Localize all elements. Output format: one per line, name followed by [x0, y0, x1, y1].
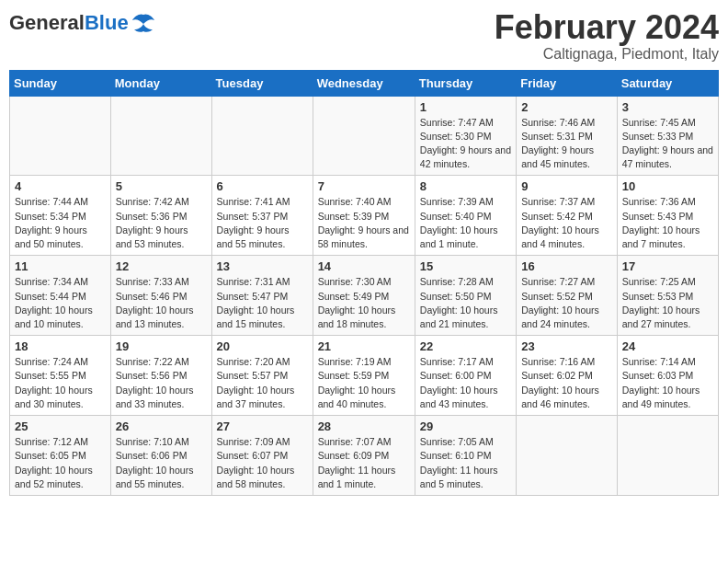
day-number: 28 [318, 419, 410, 433]
day-info: Sunrise: 7:09 AM Sunset: 6:07 PM Dayligh… [217, 435, 308, 491]
calendar-cell: 15Sunrise: 7:28 AM Sunset: 5:50 PM Dayli… [415, 256, 516, 336]
weekday-header-thursday: Thursday [415, 70, 516, 96]
day-number: 14 [318, 259, 410, 273]
calendar-cell [10, 96, 111, 176]
weekday-header-saturday: Saturday [617, 70, 718, 96]
calendar-cell: 26Sunrise: 7:10 AM Sunset: 6:06 PM Dayli… [110, 416, 211, 496]
day-info: Sunrise: 7:12 AM Sunset: 6:05 PM Dayligh… [15, 435, 106, 491]
calendar-cell: 22Sunrise: 7:17 AM Sunset: 6:00 PM Dayli… [415, 336, 516, 416]
day-number: 21 [318, 339, 410, 353]
day-number: 1 [420, 100, 511, 114]
day-number: 23 [521, 339, 612, 353]
calendar-cell: 17Sunrise: 7:25 AM Sunset: 5:53 PM Dayli… [617, 256, 718, 336]
week-row-2: 4Sunrise: 7:44 AM Sunset: 5:34 PM Daylig… [10, 176, 719, 256]
day-info: Sunrise: 7:46 AM Sunset: 5:31 PM Dayligh… [521, 116, 612, 172]
calendar-cell: 9Sunrise: 7:37 AM Sunset: 5:42 PM Daylig… [517, 176, 618, 256]
calendar-cell: 16Sunrise: 7:27 AM Sunset: 5:52 PM Dayli… [517, 256, 618, 336]
calendar-cell: 2Sunrise: 7:46 AM Sunset: 5:31 PM Daylig… [517, 96, 618, 176]
day-number: 5 [116, 179, 207, 193]
calendar-cell: 25Sunrise: 7:12 AM Sunset: 6:05 PM Dayli… [10, 416, 111, 496]
day-info: Sunrise: 7:17 AM Sunset: 6:00 PM Dayligh… [420, 355, 511, 411]
calendar-cell [617, 416, 718, 496]
day-number: 12 [116, 259, 207, 273]
day-number: 17 [622, 259, 713, 273]
day-info: Sunrise: 7:36 AM Sunset: 5:43 PM Dayligh… [622, 195, 713, 251]
day-number: 16 [521, 259, 612, 273]
weekday-header-tuesday: Tuesday [211, 70, 313, 96]
calendar-cell [211, 96, 313, 176]
logo: GeneralBlue [9, 13, 156, 33]
logo-blue: Blue [85, 11, 129, 34]
location: Caltignaga, Piedmont, Italy [495, 46, 719, 63]
day-number: 10 [622, 179, 713, 193]
day-info: Sunrise: 7:14 AM Sunset: 6:03 PM Dayligh… [622, 355, 713, 411]
calendar-cell: 8Sunrise: 7:39 AM Sunset: 5:40 PM Daylig… [415, 176, 516, 256]
calendar-cell: 12Sunrise: 7:33 AM Sunset: 5:46 PM Dayli… [110, 256, 211, 336]
weekday-header-friday: Friday [517, 70, 618, 96]
day-info: Sunrise: 7:45 AM Sunset: 5:33 PM Dayligh… [622, 116, 713, 172]
page-header: GeneralBlue February 2024 Caltignaga, Pi… [9, 9, 719, 63]
calendar-cell: 6Sunrise: 7:41 AM Sunset: 5:37 PM Daylig… [211, 176, 313, 256]
weekday-header-sunday: Sunday [10, 70, 111, 96]
day-info: Sunrise: 7:27 AM Sunset: 5:52 PM Dayligh… [521, 275, 612, 331]
day-info: Sunrise: 7:44 AM Sunset: 5:34 PM Dayligh… [15, 195, 106, 251]
day-info: Sunrise: 7:40 AM Sunset: 5:39 PM Dayligh… [318, 195, 410, 251]
day-info: Sunrise: 7:19 AM Sunset: 5:59 PM Dayligh… [318, 355, 410, 411]
day-info: Sunrise: 7:22 AM Sunset: 5:56 PM Dayligh… [116, 355, 207, 411]
week-row-5: 25Sunrise: 7:12 AM Sunset: 6:05 PM Dayli… [10, 416, 719, 496]
logo-general: General [9, 11, 85, 34]
day-number: 2 [521, 100, 612, 114]
calendar-cell: 14Sunrise: 7:30 AM Sunset: 5:49 PM Dayli… [313, 256, 415, 336]
calendar-table: SundayMondayTuesdayWednesdayThursdayFrid… [9, 70, 719, 496]
day-number: 27 [217, 419, 308, 433]
calendar-cell: 11Sunrise: 7:34 AM Sunset: 5:44 PM Dayli… [10, 256, 111, 336]
calendar-cell: 21Sunrise: 7:19 AM Sunset: 5:59 PM Dayli… [313, 336, 415, 416]
calendar-cell [517, 416, 618, 496]
logo-bird-icon [131, 13, 156, 33]
calendar-cell: 19Sunrise: 7:22 AM Sunset: 5:56 PM Dayli… [110, 336, 211, 416]
weekday-header-row: SundayMondayTuesdayWednesdayThursdayFrid… [10, 70, 719, 96]
day-number: 13 [217, 259, 308, 273]
weekday-header-wednesday: Wednesday [313, 70, 415, 96]
calendar-cell: 4Sunrise: 7:44 AM Sunset: 5:34 PM Daylig… [10, 176, 111, 256]
day-info: Sunrise: 7:10 AM Sunset: 6:06 PM Dayligh… [116, 435, 207, 491]
day-info: Sunrise: 7:16 AM Sunset: 6:02 PM Dayligh… [521, 355, 612, 411]
day-number: 19 [116, 339, 207, 353]
day-info: Sunrise: 7:05 AM Sunset: 6:10 PM Dayligh… [420, 435, 511, 491]
day-number: 7 [318, 179, 410, 193]
day-number: 8 [420, 179, 511, 193]
day-number: 9 [521, 179, 612, 193]
weekday-header-monday: Monday [110, 70, 211, 96]
day-number: 11 [15, 259, 106, 273]
day-info: Sunrise: 7:47 AM Sunset: 5:30 PM Dayligh… [420, 116, 511, 172]
day-info: Sunrise: 7:42 AM Sunset: 5:36 PM Dayligh… [116, 195, 207, 251]
day-number: 15 [420, 259, 511, 273]
calendar-cell: 10Sunrise: 7:36 AM Sunset: 5:43 PM Dayli… [617, 176, 718, 256]
calendar-cell: 13Sunrise: 7:31 AM Sunset: 5:47 PM Dayli… [211, 256, 313, 336]
day-info: Sunrise: 7:20 AM Sunset: 5:57 PM Dayligh… [217, 355, 308, 411]
calendar-cell: 28Sunrise: 7:07 AM Sunset: 6:09 PM Dayli… [313, 416, 415, 496]
day-number: 29 [420, 419, 511, 433]
day-number: 24 [622, 339, 713, 353]
week-row-3: 11Sunrise: 7:34 AM Sunset: 5:44 PM Dayli… [10, 256, 719, 336]
day-info: Sunrise: 7:24 AM Sunset: 5:55 PM Dayligh… [15, 355, 106, 411]
day-number: 4 [15, 179, 106, 193]
day-number: 22 [420, 339, 511, 353]
day-info: Sunrise: 7:34 AM Sunset: 5:44 PM Dayligh… [15, 275, 106, 331]
calendar-cell: 18Sunrise: 7:24 AM Sunset: 5:55 PM Dayli… [10, 336, 111, 416]
day-number: 6 [217, 179, 308, 193]
day-info: Sunrise: 7:31 AM Sunset: 5:47 PM Dayligh… [217, 275, 308, 331]
day-info: Sunrise: 7:39 AM Sunset: 5:40 PM Dayligh… [420, 195, 511, 251]
month-title: February 2024 [495, 9, 719, 46]
day-number: 20 [217, 339, 308, 353]
calendar-cell: 1Sunrise: 7:47 AM Sunset: 5:30 PM Daylig… [415, 96, 516, 176]
day-info: Sunrise: 7:33 AM Sunset: 5:46 PM Dayligh… [116, 275, 207, 331]
day-info: Sunrise: 7:25 AM Sunset: 5:53 PM Dayligh… [622, 275, 713, 331]
calendar-cell: 20Sunrise: 7:20 AM Sunset: 5:57 PM Dayli… [211, 336, 313, 416]
day-number: 18 [15, 339, 106, 353]
week-row-1: 1Sunrise: 7:47 AM Sunset: 5:30 PM Daylig… [10, 96, 719, 176]
day-info: Sunrise: 7:37 AM Sunset: 5:42 PM Dayligh… [521, 195, 612, 251]
day-info: Sunrise: 7:30 AM Sunset: 5:49 PM Dayligh… [318, 275, 410, 331]
day-info: Sunrise: 7:07 AM Sunset: 6:09 PM Dayligh… [318, 435, 410, 491]
week-row-4: 18Sunrise: 7:24 AM Sunset: 5:55 PM Dayli… [10, 336, 719, 416]
